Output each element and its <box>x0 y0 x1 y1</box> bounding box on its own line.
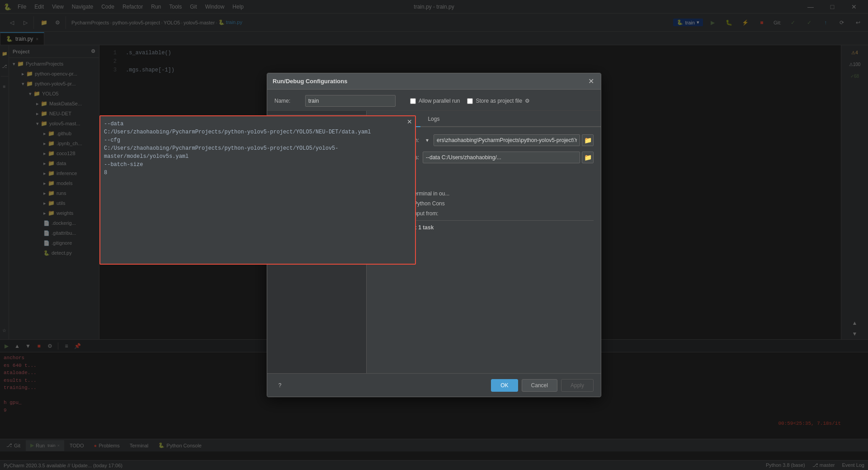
name-row: Name: Allow parallel run Store as projec… <box>267 90 601 111</box>
script-path-input[interactable] <box>434 134 580 146</box>
modal-overlay: Run/Debug Configurations ✕ Name: Allow p… <box>0 0 868 470</box>
help-button[interactable]: ? <box>274 380 285 391</box>
allow-parallel-label: Allow parallel run <box>419 98 460 104</box>
allow-parallel-check: Allow parallel run <box>410 98 460 104</box>
cancel-button[interactable]: Cancel <box>522 379 557 392</box>
parameters-textarea[interactable]: --data C:/Users/zhaohaobing/PycharmProje… <box>100 116 415 264</box>
parameters-browse-button[interactable]: 📁 <box>582 152 594 163</box>
store-project-check: Store as project file ⚙ <box>467 98 530 104</box>
parameters-container: 📁 <box>423 152 594 163</box>
parameters-input[interactable] <box>423 152 580 163</box>
allow-parallel-checkbox[interactable] <box>410 98 416 104</box>
name-input[interactable] <box>305 95 396 107</box>
script-path-browse-button[interactable]: 📁 <box>582 134 594 146</box>
store-project-label: Store as project file <box>476 98 522 104</box>
modal-tab-logs[interactable]: Logs <box>420 112 447 126</box>
name-label: Name: <box>274 98 302 104</box>
modal-header: Run/Debug Configurations ✕ <box>267 73 601 90</box>
script-path-container: ▾ 📁 <box>423 134 594 146</box>
modal-title: Run/Debug Configurations <box>273 78 586 85</box>
modal-close-button[interactable]: ✕ <box>586 77 595 86</box>
script-path-dropdown-icon[interactable]: ▾ <box>423 136 432 145</box>
parameters-popup: ✕ --data C:/Users/zhaohaobing/PycharmPro… <box>99 115 416 265</box>
store-project-checkbox[interactable] <box>467 98 473 104</box>
store-project-settings-icon[interactable]: ⚙ <box>525 98 530 104</box>
modal-footer: ? OK Cancel Apply <box>267 373 601 397</box>
apply-button[interactable]: Apply <box>561 379 594 392</box>
ok-button[interactable]: OK <box>491 379 518 392</box>
modal-header-checkboxes: Allow parallel run Store as project file… <box>410 98 530 104</box>
params-popup-close-button[interactable]: ✕ <box>407 118 412 125</box>
